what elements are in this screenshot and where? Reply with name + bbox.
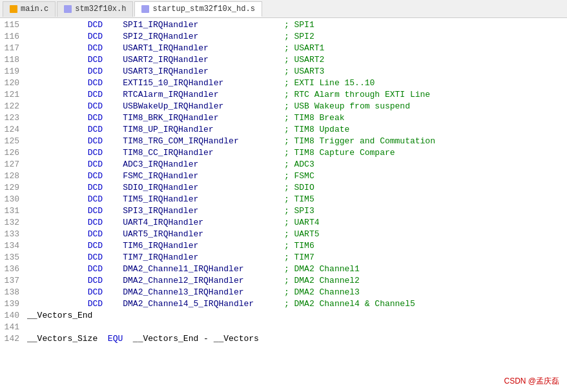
code-line-132: 132 DCD UART4_IRQHandler ; UART4	[0, 217, 567, 229]
code-line-125: 125 DCD TIM8_TRG_COM_IRQHandler ; TIM8 T…	[0, 136, 567, 147]
line-content: DCD DMA2_Channel2_IRQHandler ; DMA2 Chan…	[27, 275, 567, 287]
code-line-139: 139 DCD DMA2_Channel4_5_IRQHandler ; DMA…	[0, 298, 567, 310]
code-line-135: 135 DCD TIM7_IRQHandler ; TIM7	[0, 252, 567, 263]
line-content: DCD DMA2_Channel4_5_IRQHandler ; DMA2 Ch…	[27, 298, 567, 310]
code-line-131: 131 DCD SPI3_IRQHandler ; SPI3	[0, 205, 567, 217]
line-number: 129	[0, 182, 27, 194]
tab-label-main-c: main.c	[21, 5, 48, 14]
line-number: 135	[0, 252, 27, 263]
line-number: 121	[0, 89, 27, 101]
line-content: __Vectors_End	[27, 310, 567, 322]
code-line-141: 141	[0, 322, 567, 333]
line-number: 122	[0, 101, 27, 112]
code-line-130: 130 DCD TIM5_IRQHandler ; TIM5	[0, 194, 567, 205]
tab-startup-s[interactable]: startup_stm32f10x_hd.s	[134, 1, 262, 17]
line-content: DCD TIM5_IRQHandler ; TIM5	[27, 194, 567, 205]
code-line-119: 119 DCD USART3_IRQHandler ; USART3	[0, 66, 567, 77]
line-number: 125	[0, 136, 27, 147]
line-number: 118	[0, 54, 27, 66]
line-number: 127	[0, 159, 27, 170]
line-content: DCD TIM7_IRQHandler ; TIM7	[27, 252, 567, 263]
line-number: 115	[0, 19, 27, 31]
code-line-134: 134 DCD TIM6_IRQHandler ; TIM6	[0, 240, 567, 252]
tab-icon-s	[141, 5, 149, 13]
line-number: 123	[0, 112, 27, 124]
line-number: 137	[0, 275, 27, 287]
line-content: DCD USART3_IRQHandler ; USART3	[27, 66, 567, 77]
code-line-140: 140__Vectors_End	[0, 310, 567, 322]
line-number: 131	[0, 205, 27, 217]
line-content: DCD SDIO_IRQHandler ; SDIO	[27, 182, 567, 194]
line-content: DCD UART4_IRQHandler ; UART4	[27, 217, 567, 229]
line-content: DCD SPI3_IRQHandler ; SPI3	[27, 205, 567, 217]
code-line-116: 116 DCD SPI2_IRQHandler ; SPI2	[0, 31, 567, 43]
code-line-124: 124 DCD TIM8_UP_IRQHandler ; TIM8 Update	[0, 124, 567, 136]
line-number: 133	[0, 229, 27, 240]
line-number: 119	[0, 66, 27, 77]
code-line-118: 118 DCD USART2_IRQHandler ; USART2	[0, 54, 567, 66]
line-content: DCD FSMC_IRQHandler ; FSMC	[27, 170, 567, 182]
code-line-137: 137 DCD DMA2_Channel2_IRQHandler ; DMA2 …	[0, 275, 567, 287]
code-area[interactable]: 115 DCD SPI1_IRQHandler ; SPI1116 DCD SP…	[0, 18, 567, 392]
line-content: DCD TIM8_UP_IRQHandler ; TIM8 Update	[27, 124, 567, 136]
tab-label-stm32: stm32f10x.h	[75, 5, 126, 14]
code-line-115: 115 DCD SPI1_IRQHandler ; SPI1	[0, 19, 567, 31]
code-line-121: 121 DCD RTCAlarm_IRQHandler ; RTC Alarm …	[0, 89, 567, 101]
line-number: 130	[0, 194, 27, 205]
line-number: 139	[0, 298, 27, 310]
line-content: DCD TIM6_IRQHandler ; TIM6	[27, 240, 567, 252]
line-number: 138	[0, 287, 27, 298]
tab-bar: main.c stm32f10x.h startup_stm32f10x_hd.…	[0, 0, 567, 18]
line-number: 117	[0, 43, 27, 54]
line-content: DCD SPI2_IRQHandler ; SPI2	[27, 31, 567, 43]
line-content	[27, 322, 567, 333]
line-number: 136	[0, 263, 27, 275]
line-content: DCD EXTI15_10_IRQHandler ; EXTI Line 15.…	[27, 77, 567, 89]
tab-label-startup: startup_stm32f10x_hd.s	[152, 5, 254, 14]
tab-main-c[interactable]: main.c	[3, 1, 56, 17]
code-line-126: 126 DCD TIM8_CC_IRQHandler ; TIM8 Captur…	[0, 147, 567, 159]
line-number: 134	[0, 240, 27, 252]
line-content: DCD ADC3_IRQHandler ; ADC3	[27, 159, 567, 170]
line-content: DCD DMA2_Channel3_IRQHandler ; DMA2 Chan…	[27, 287, 567, 298]
line-number: 120	[0, 77, 27, 89]
tab-icon-h	[64, 5, 72, 13]
code-line-117: 117 DCD USART1_IRQHandler ; USART1	[0, 43, 567, 54]
line-number: 126	[0, 147, 27, 159]
tab-icon-c	[10, 5, 17, 13]
code-line-127: 127 DCD ADC3_IRQHandler ; ADC3	[0, 159, 567, 170]
code-line-122: 122 DCD USBWakeUp_IRQHandler ; USB Wakeu…	[0, 101, 567, 112]
line-content: DCD USBWakeUp_IRQHandler ; USB Wakeup fr…	[27, 101, 567, 112]
line-content: DCD TIM8_CC_IRQHandler ; TIM8 Capture Co…	[27, 147, 567, 159]
code-line-142: 142__Vectors_Size EQU __Vectors_End - __…	[0, 333, 567, 345]
line-content: DCD USART1_IRQHandler ; USART1	[27, 43, 567, 54]
line-content: DCD SPI1_IRQHandler ; SPI1	[27, 19, 567, 31]
line-content: DCD DMA2_Channel1_IRQHandler ; DMA2 Chan…	[27, 263, 567, 275]
code-line-136: 136 DCD DMA2_Channel1_IRQHandler ; DMA2 …	[0, 263, 567, 275]
line-number: 141	[0, 322, 27, 333]
line-content: DCD TIM8_BRK_IRQHandler ; TIM8 Break	[27, 112, 567, 124]
line-content: DCD TIM8_TRG_COM_IRQHandler ; TIM8 Trigg…	[27, 136, 567, 147]
line-content: DCD USART2_IRQHandler ; USART2	[27, 54, 567, 66]
line-number: 140	[0, 310, 27, 322]
code-line-128: 128 DCD FSMC_IRQHandler ; FSMC	[0, 170, 567, 182]
line-content: DCD UART5_IRQHandler ; UART5	[27, 229, 567, 240]
line-number: 124	[0, 124, 27, 136]
code-line-120: 120 DCD EXTI15_10_IRQHandler ; EXTI Line…	[0, 77, 567, 89]
tab-stm32f10x-h[interactable]: stm32f10x.h	[57, 1, 133, 17]
line-content: DCD RTCAlarm_IRQHandler ; RTC Alarm thro…	[27, 89, 567, 101]
code-line-123: 123 DCD TIM8_BRK_IRQHandler ; TIM8 Break	[0, 112, 567, 124]
line-number: 128	[0, 170, 27, 182]
code-line-133: 133 DCD UART5_IRQHandler ; UART5	[0, 229, 567, 240]
line-number: 116	[0, 31, 27, 43]
line-number: 132	[0, 217, 27, 229]
line-content: __Vectors_Size EQU __Vectors_End - __Vec…	[27, 333, 567, 345]
code-line-129: 129 DCD SDIO_IRQHandler ; SDIO	[0, 182, 567, 194]
line-number: 142	[0, 333, 27, 345]
code-line-138: 138 DCD DMA2_Channel3_IRQHandler ; DMA2 …	[0, 287, 567, 298]
